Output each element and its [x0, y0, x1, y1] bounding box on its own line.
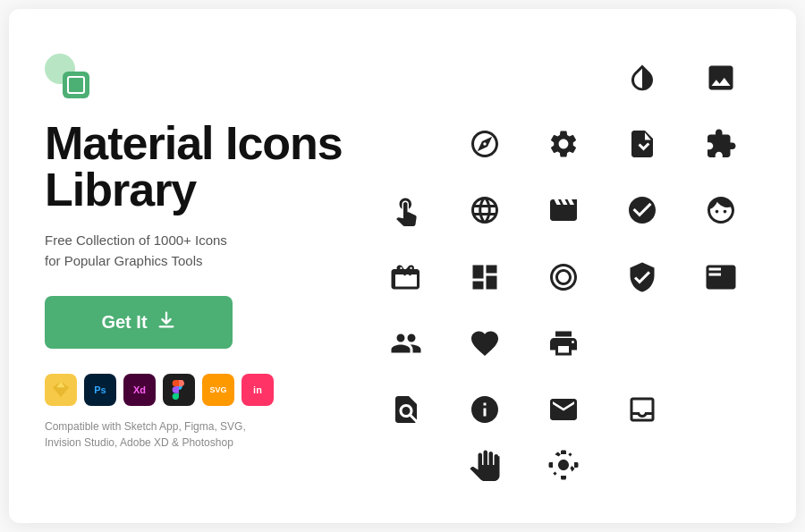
- outbox-icon: [620, 387, 665, 432]
- check-circle-icon: [620, 188, 665, 232]
- get-it-label: Get It: [101, 312, 147, 333]
- svg-logo: SVG: [202, 374, 234, 406]
- info-icon: [462, 387, 507, 432]
- invision-logo: in: [242, 374, 274, 406]
- compatible-text: Compatible with Sketch App, Figma, SVG,I…: [45, 418, 349, 451]
- icon-grid: [349, 45, 760, 487]
- pan-tool-icon: [462, 443, 507, 487]
- logo-square-front: [63, 72, 89, 98]
- page-title: Material Icons Library: [45, 120, 349, 213]
- restore-page-icon: [620, 122, 665, 166]
- explore-icon: [462, 122, 507, 166]
- card-giftcard-icon: [384, 255, 428, 300]
- xd-logo: Xd: [123, 374, 156, 406]
- image-icon: [699, 55, 743, 100]
- invert-colors-icon: [620, 55, 665, 100]
- brightness-icon: [541, 443, 586, 487]
- logo-icon: [45, 54, 89, 98]
- photoshop-logo: Ps: [84, 374, 116, 406]
- featured-play-list-icon: [699, 255, 743, 300]
- settings-icon: [541, 122, 586, 166]
- touch-app-icon: [384, 188, 428, 232]
- download-icon: [157, 310, 176, 334]
- main-container: Material Icons Library Free Collection o…: [9, 9, 796, 523]
- radio-button-icon: [541, 255, 586, 300]
- language-icon: [462, 188, 507, 232]
- find-in-page-icon: [384, 387, 428, 432]
- people-icon: [384, 321, 428, 366]
- print-icon: [541, 321, 586, 366]
- figma-logo: [163, 374, 195, 406]
- svg-rect-4: [709, 278, 722, 281]
- svg-rect-3: [726, 278, 732, 281]
- mailbox-icon: [541, 387, 586, 432]
- left-panel: Material Icons Library Free Collection o…: [45, 45, 349, 487]
- get-it-button[interactable]: Get It: [45, 296, 233, 349]
- tool-logos: Ps Xd SVG in: [45, 374, 349, 406]
- favorite-icon: [462, 321, 507, 366]
- dashboard-icon: [462, 255, 507, 300]
- extension-icon: [699, 122, 743, 166]
- logo-area: [45, 54, 349, 98]
- film-icon: [541, 188, 586, 232]
- page-subtitle: Free Collection of 1000+ Iconsfor Popula…: [45, 231, 349, 271]
- sketch-logo: [45, 374, 77, 406]
- face-icon: [699, 188, 743, 232]
- verified-user-icon: [620, 255, 665, 300]
